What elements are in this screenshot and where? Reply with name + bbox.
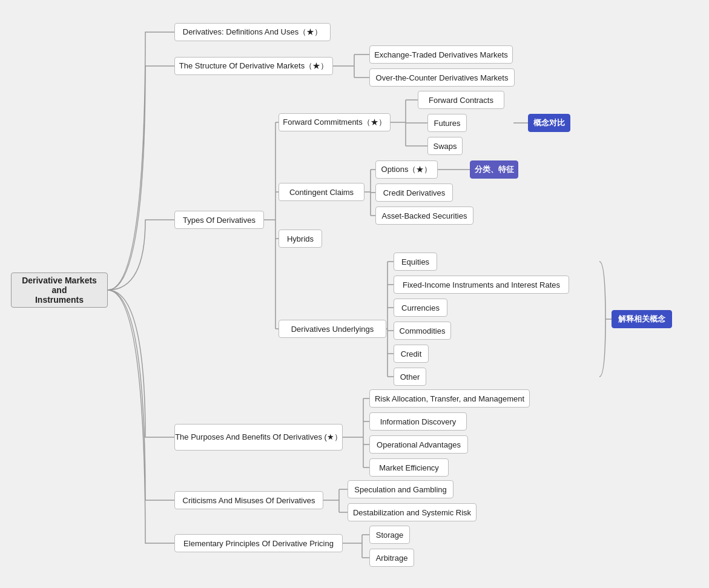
node-n24[interactable]: Information Discovery [369, 412, 467, 431]
accent-node-a1[interactable]: 概念对比 [528, 114, 570, 132]
accent-node-a2[interactable]: 分类、特征 [470, 160, 518, 179]
node-n25[interactable]: Operational Advantages [369, 435, 468, 454]
node-n29[interactable]: Destabilization and Systemic Risk [348, 503, 477, 521]
node-n9[interactable]: Swaps [427, 137, 463, 155]
node-n4[interactable]: Over-the-Counter Derivatives Markets [369, 68, 515, 87]
node-n1[interactable]: Derivatives: Definitions And Uses（★） [174, 23, 331, 41]
node-n21[interactable]: Other [394, 368, 426, 386]
node-n27[interactable]: Criticisms And Misuses Of Derivatives [174, 491, 323, 509]
node-n14[interactable]: Hybrids [279, 230, 322, 248]
node-n16[interactable]: Equities [394, 253, 437, 271]
node-n7[interactable]: Forward Contracts [418, 91, 504, 109]
node-n31[interactable]: Storage [369, 526, 410, 544]
node-n18[interactable]: Currencies [394, 299, 447, 317]
accent-node-a3[interactable]: 解释相关概念 [612, 310, 672, 328]
node-n19[interactable]: Commodities [394, 322, 451, 340]
node-n15[interactable]: Derivatives Underlyings [279, 320, 386, 338]
mind-map-canvas: Derivative Markets and Instruments Deriv… [0, 0, 709, 588]
node-n2[interactable]: The Structure Of Derivative Markets（★） [174, 57, 333, 75]
node-n20[interactable]: Credit [394, 345, 429, 363]
node-n11[interactable]: Options（★） [375, 160, 438, 179]
root-label: Derivative Markets and Instruments [18, 276, 101, 305]
node-n10[interactable]: Contingent Claims [279, 183, 364, 201]
node-n8[interactable]: Futures [427, 114, 467, 132]
node-n32[interactable]: Arbitrage [369, 549, 414, 567]
node-n28[interactable]: Speculation and Gambling [348, 480, 453, 498]
root-node: Derivative Markets and Instruments [11, 273, 108, 308]
node-n13[interactable]: Asset-Backed Securities [375, 206, 473, 225]
node-n22[interactable]: The Purposes And Benefits Of Derivatives… [174, 424, 343, 451]
node-n12[interactable]: Credit Derivatives [375, 183, 453, 202]
node-n26[interactable]: Market Efficiency [369, 458, 449, 477]
node-n30[interactable]: Elementary Principles Of Derivative Pric… [174, 534, 343, 552]
node-n6[interactable]: Forward Commitments（★） [279, 113, 391, 131]
node-n23[interactable]: Risk Allocation, Transfer, and Managemen… [369, 389, 530, 408]
node-n5[interactable]: Types Of Derivatives [174, 211, 264, 229]
node-n17[interactable]: Fixed-Income Instruments and Interest Ra… [394, 276, 569, 294]
node-n3[interactable]: Exchange-Traded Derivatives Markets [369, 45, 513, 64]
